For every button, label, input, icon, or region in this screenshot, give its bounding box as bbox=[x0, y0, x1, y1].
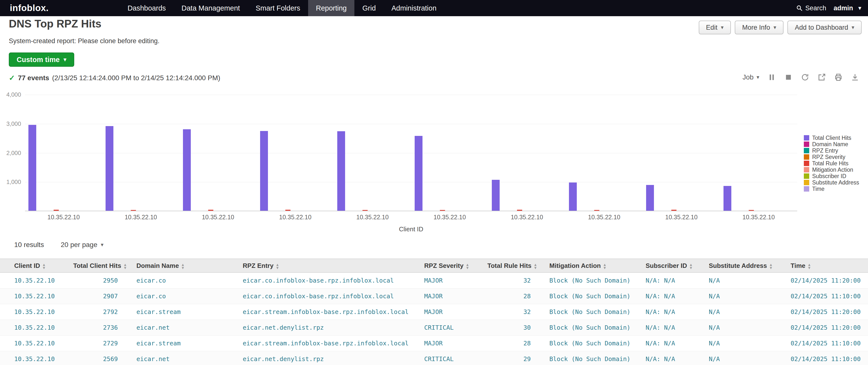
table-cell-total-rule-hits[interactable]: 30 bbox=[479, 319, 541, 335]
table-cell-domain-name[interactable]: eicar.stream bbox=[129, 335, 235, 351]
table-cell-subscriber-id[interactable]: N/A: N/A bbox=[638, 319, 701, 335]
bar-total-client-hits[interactable] bbox=[723, 186, 731, 211]
table-cell-rpz-entry[interactable]: eicar.stream.infoblox-base.rpz.infoblox.… bbox=[235, 335, 416, 351]
table-cell-substitute-address[interactable]: N/A bbox=[701, 273, 783, 288]
table-row[interactable]: 10.35.22.102569eicar.neteicar.net.denyli… bbox=[0, 351, 868, 365]
table-row[interactable]: 10.35.22.102950eicar.coeicar.co.infoblox… bbox=[0, 273, 868, 288]
legend-item-total-client-hits[interactable]: Total Client Hits bbox=[804, 135, 859, 141]
table-cell-client-id[interactable]: 10.35.22.10 bbox=[0, 273, 65, 288]
table-cell-time[interactable]: 02/14/2025 11:20:00 bbox=[783, 273, 868, 288]
bar-total-client-hits[interactable] bbox=[28, 125, 36, 211]
column-header-total-client-hits[interactable]: Total Client Hits bbox=[65, 259, 129, 273]
edit-button[interactable]: Edit bbox=[699, 21, 731, 34]
per-page-dropdown[interactable]: 20 per page bbox=[61, 241, 103, 249]
table-row[interactable]: 10.35.22.102736eicar.neteicar.net.denyli… bbox=[0, 319, 868, 335]
table-cell-domain-name[interactable]: eicar.co bbox=[129, 273, 235, 288]
table-cell-client-id[interactable]: 10.35.22.10 bbox=[0, 288, 65, 304]
table-cell-total-client-hits[interactable]: 2736 bbox=[65, 319, 129, 335]
nav-item-smart-folders[interactable]: Smart Folders bbox=[248, 0, 308, 16]
column-header-client-id[interactable]: Client ID bbox=[0, 259, 65, 273]
bar-total-rule-hits[interactable] bbox=[208, 210, 213, 211]
bar-total-rule-hits[interactable] bbox=[517, 210, 522, 211]
table-cell-time[interactable]: 02/14/2025 11:20:00 bbox=[783, 304, 868, 319]
bar-total-client-hits[interactable] bbox=[183, 129, 191, 211]
table-cell-client-id[interactable]: 10.35.22.10 bbox=[0, 319, 65, 335]
table-cell-domain-name[interactable]: eicar.net bbox=[129, 319, 235, 335]
bar-total-client-hits[interactable] bbox=[260, 131, 268, 211]
legend-item-rpz-severity[interactable]: RPZ Severity bbox=[804, 154, 859, 160]
table-cell-total-rule-hits[interactable]: 32 bbox=[479, 304, 541, 319]
refresh-icon[interactable] bbox=[800, 73, 810, 82]
table-cell-substitute-address[interactable]: N/A bbox=[701, 335, 783, 351]
table-cell-client-id[interactable]: 10.35.22.10 bbox=[0, 335, 65, 351]
table-cell-time[interactable]: 02/14/2025 11:10:00 bbox=[783, 351, 868, 365]
table-cell-total-client-hits[interactable]: 2907 bbox=[65, 288, 129, 304]
table-cell-total-client-hits[interactable]: 2950 bbox=[65, 273, 129, 288]
bar-total-client-hits[interactable] bbox=[492, 180, 500, 211]
column-header-domain-name[interactable]: Domain Name bbox=[129, 259, 235, 273]
bar-total-client-hits[interactable] bbox=[569, 182, 577, 211]
table-cell-subscriber-id[interactable]: N/A: N/A bbox=[638, 335, 701, 351]
bar-total-client-hits[interactable] bbox=[337, 131, 345, 211]
table-cell-domain-name[interactable]: eicar.stream bbox=[129, 304, 235, 319]
table-row[interactable]: 10.35.22.102907eicar.coeicar.co.infoblox… bbox=[0, 288, 868, 304]
table-cell-client-id[interactable]: 10.35.22.10 bbox=[0, 351, 65, 365]
custom-time-button[interactable]: Custom time bbox=[9, 53, 74, 67]
table-cell-total-client-hits[interactable]: 2729 bbox=[65, 335, 129, 351]
column-header-subscriber-id[interactable]: Subscriber ID bbox=[638, 259, 701, 273]
download-icon[interactable] bbox=[850, 73, 860, 82]
table-cell-mitigation-action[interactable]: Block (No Such Domain) bbox=[541, 319, 638, 335]
table-cell-time[interactable]: 02/14/2025 11:10:00 bbox=[783, 335, 868, 351]
legend-item-domain-name[interactable]: Domain Name bbox=[804, 141, 859, 147]
user-menu[interactable]: admin bbox=[834, 4, 861, 12]
column-header-rpz-severity[interactable]: RPZ Severity bbox=[416, 259, 479, 273]
table-row[interactable]: 10.35.22.102792eicar.streameicar.stream.… bbox=[0, 304, 868, 319]
table-cell-substitute-address[interactable]: N/A bbox=[701, 319, 783, 335]
bar-total-rule-hits[interactable] bbox=[749, 210, 754, 211]
column-header-rpz-entry[interactable]: RPZ Entry bbox=[235, 259, 416, 273]
table-cell-rpz-severity[interactable]: CRITICAL bbox=[416, 351, 479, 365]
bar-total-client-hits[interactable] bbox=[646, 185, 654, 211]
legend-item-subscriber-id[interactable]: Subscriber ID bbox=[804, 173, 859, 179]
table-cell-subscriber-id[interactable]: N/A: N/A bbox=[638, 288, 701, 304]
table-cell-mitigation-action[interactable]: Block (No Such Domain) bbox=[541, 304, 638, 319]
stop-icon[interactable] bbox=[784, 73, 793, 82]
legend-item-total-rule-hits[interactable]: Total Rule Hits bbox=[804, 160, 859, 167]
bar-total-rule-hits[interactable] bbox=[54, 210, 59, 211]
table-cell-total-rule-hits[interactable]: 28 bbox=[479, 335, 541, 351]
table-cell-total-rule-hits[interactable]: 29 bbox=[479, 351, 541, 365]
add-to-dashboard-button[interactable]: Add to Dashboard bbox=[787, 21, 862, 34]
pause-icon[interactable] bbox=[767, 73, 776, 82]
table-cell-rpz-entry[interactable]: eicar.net.denylist.rpz bbox=[235, 319, 416, 335]
legend-item-rpz-entry[interactable]: RPZ Entry bbox=[804, 147, 859, 154]
more-info-button[interactable]: More Info bbox=[735, 21, 783, 34]
table-cell-rpz-severity[interactable]: MAJOR bbox=[416, 335, 479, 351]
nav-item-dashboards[interactable]: Dashboards bbox=[120, 0, 174, 16]
table-cell-domain-name[interactable]: eicar.co bbox=[129, 288, 235, 304]
table-cell-rpz-entry[interactable]: eicar.co.infoblox-base.rpz.infoblox.loca… bbox=[235, 288, 416, 304]
table-cell-rpz-entry[interactable]: eicar.stream.infoblox-base.rpz.infoblox.… bbox=[235, 304, 416, 319]
table-cell-rpz-entry[interactable]: eicar.net.denylist.rpz bbox=[235, 351, 416, 365]
table-cell-subscriber-id[interactable]: N/A: N/A bbox=[638, 304, 701, 319]
table-cell-total-rule-hits[interactable]: 28 bbox=[479, 288, 541, 304]
table-cell-rpz-severity[interactable]: MAJOR bbox=[416, 273, 479, 288]
table-cell-substitute-address[interactable]: N/A bbox=[701, 351, 783, 365]
bar-total-rule-hits[interactable] bbox=[594, 210, 599, 211]
table-cell-time[interactable]: 02/14/2025 11:20:00 bbox=[783, 319, 868, 335]
table-cell-total-rule-hits[interactable]: 32 bbox=[479, 273, 541, 288]
table-cell-rpz-severity[interactable]: MAJOR bbox=[416, 304, 479, 319]
table-cell-total-client-hits[interactable]: 2569 bbox=[65, 351, 129, 365]
table-cell-subscriber-id[interactable]: N/A: N/A bbox=[638, 273, 701, 288]
legend-item-mitigation-action[interactable]: Mitigation Action bbox=[804, 167, 859, 173]
global-search[interactable]: Search bbox=[796, 4, 826, 12]
column-header-total-rule-hits[interactable]: Total Rule Hits bbox=[479, 259, 541, 273]
column-header-substitute-address[interactable]: Substitute Address bbox=[701, 259, 783, 273]
nav-item-reporting[interactable]: Reporting bbox=[308, 0, 354, 16]
nav-item-grid[interactable]: Grid bbox=[354, 0, 383, 16]
table-cell-time[interactable]: 02/14/2025 11:10:00 bbox=[783, 288, 868, 304]
table-cell-domain-name[interactable]: eicar.net bbox=[129, 351, 235, 365]
table-cell-rpz-severity[interactable]: CRITICAL bbox=[416, 319, 479, 335]
bar-total-rule-hits[interactable] bbox=[285, 210, 290, 211]
nav-item-administration[interactable]: Administration bbox=[383, 0, 444, 16]
table-cell-rpz-severity[interactable]: MAJOR bbox=[416, 288, 479, 304]
